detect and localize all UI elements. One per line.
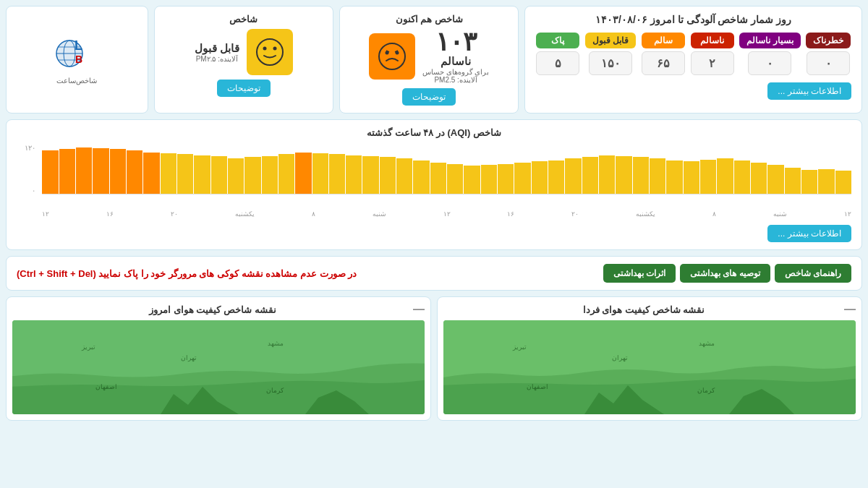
action-button[interactable]: توصیه های بهداشتی <box>680 264 770 283</box>
logo-area: L B <box>55 35 98 74</box>
chart-bar <box>278 154 294 194</box>
action-button[interactable]: راهنمای شاخص <box>775 264 851 283</box>
forecast-tafzihat-button[interactable]: توضیحات <box>217 80 271 97</box>
chart-bar <box>684 161 699 194</box>
logo-icon: L B <box>55 35 98 72</box>
chart-x-label: شنبه <box>373 210 386 218</box>
forecast-pollutant: آلاینده: PM۲.۵ <box>195 55 239 63</box>
badge-item: سالم۶۵ <box>642 33 685 75</box>
chart-bar <box>767 165 783 194</box>
chart-y-max: ۱۲۰ <box>17 144 35 152</box>
map-tomorrow-minimize[interactable]: — <box>844 303 856 316</box>
chart-x-label: یکشنبه <box>636 210 655 218</box>
chart-x-label: ۱۶ <box>507 210 514 218</box>
chart-x-label: ۲۰ <box>571 210 579 218</box>
map-today-card: — نقشه شاخص کیفیت هواى امروز تبریز تهران… <box>6 296 431 421</box>
current-index-number: ۱۰۳ <box>422 29 490 55</box>
svg-text:کرمان: کرمان <box>266 387 284 395</box>
current-face-icon <box>369 33 415 80</box>
svg-text:تهران: تهران <box>612 354 628 362</box>
chart-bar <box>430 163 446 194</box>
svg-text:مشهد: مشهد <box>268 340 284 348</box>
current-tafzihat-button[interactable]: توضیحات <box>402 88 456 106</box>
current-index-pollutant: آلاینده: PM2.5 <box>422 76 490 84</box>
svg-point-6 <box>263 47 266 51</box>
forecast-card-title: شاخص <box>229 14 258 25</box>
chart-bar <box>42 150 58 194</box>
chart-bar <box>666 160 682 194</box>
map-tomorrow-card: — نقشه شاخص کیفیت هواى فردا تبریز تهران … <box>437 296 862 421</box>
map-tomorrow-image: تبریز تهران مشهد اصفهان کرمان <box>443 320 856 414</box>
chart-x-label: ۱۶ <box>106 210 114 218</box>
chart-bar <box>464 166 480 194</box>
chart-bar <box>514 163 530 194</box>
chart-x-label: ۱۲ <box>844 210 851 218</box>
forecast-status: قابل قبول <box>195 42 239 55</box>
chart-bar <box>413 160 429 194</box>
forecast-index-value: قابل قبول آلاینده: PM۲.۵ <box>195 42 239 63</box>
badge-label: ناسالم <box>691 33 734 48</box>
chart-bar <box>548 160 564 194</box>
pollution-badges: خطرناک۰بسیار ناسالم۰ناسالم۲سالم۶۵قابل قب… <box>535 33 851 75</box>
chart-bar <box>110 149 126 194</box>
chart-bar <box>161 153 176 194</box>
chart-bar <box>177 154 193 194</box>
badge-item: ناسالم۲ <box>691 33 734 75</box>
badge-count: ۰ <box>807 51 850 75</box>
chart-x-label: ۱۲ <box>443 210 451 218</box>
current-index-status: ناسالم <box>422 55 490 68</box>
svg-text:کرمان: کرمان <box>697 387 715 395</box>
chart-bar <box>447 164 463 194</box>
chart-bar <box>582 157 598 194</box>
pollution-card-title: روز شمار شاخص آلودگی تا امروز ۱۴۰۳/۰۸/۰۶ <box>535 14 851 25</box>
forecast-face-icon <box>247 29 293 75</box>
chart-bar <box>76 147 92 194</box>
badge-label: قابل قبول <box>585 33 636 48</box>
chart-bar <box>329 154 345 194</box>
svg-point-0 <box>379 43 405 69</box>
action-bar: راهنمای شاخصتوصیه های بهداشتیاثرات بهداش… <box>6 256 862 291</box>
badge-label: سالم <box>642 33 685 48</box>
action-buttons: راهنمای شاخصتوصیه های بهداشتیاثرات بهداش… <box>603 264 851 283</box>
chart-bar <box>481 165 497 194</box>
chart-bar <box>346 155 362 194</box>
svg-text:مشهد: مشهد <box>699 340 715 348</box>
svg-text:B: B <box>75 53 82 65</box>
svg-text:تبریز: تبریز <box>81 343 95 351</box>
chart-y-min: ۰ <box>17 187 35 194</box>
action-button[interactable]: اثرات بهداشتی <box>603 264 676 283</box>
badge-item: خطرناک۰ <box>806 33 851 75</box>
svg-point-7 <box>273 47 276 51</box>
pollution-info-button[interactable]: اطلاعات بیشتر ... <box>767 82 851 100</box>
chart-bar <box>93 148 109 194</box>
svg-text:L: L <box>75 38 82 53</box>
chart-bar <box>717 158 733 194</box>
map-today-minimize[interactable]: — <box>413 303 425 316</box>
badge-count: ۱۵۰ <box>589 51 632 75</box>
chart-area: ۱۲۰ ۰ <box>17 144 851 209</box>
badge-count: ۵ <box>536 51 579 75</box>
chart-section: شاخص (AQI) در ۴۸ ساعت گذشته ۱۲۰ ۰ ۱۲شنبه… <box>6 119 862 250</box>
chart-info-button[interactable]: اطلاعات بیشتر ... <box>767 225 851 242</box>
svg-point-5 <box>257 39 283 65</box>
badge-item: پاک۵ <box>536 33 579 75</box>
svg-text:تبریز: تبریز <box>512 343 527 351</box>
chart-bar <box>616 156 631 194</box>
badge-count: ۰ <box>748 51 791 75</box>
chart-bar <box>700 160 716 194</box>
chart-title: شاخص (AQI) در ۴۸ ساعت گذشته <box>17 127 851 138</box>
chart-bar <box>127 150 142 194</box>
chart-bar <box>380 157 396 194</box>
map-tomorrow-title: نقشه شاخص کیفیت هواى فردا <box>443 304 844 315</box>
badge-count: ۶۵ <box>642 51 685 75</box>
chart-bar <box>565 158 581 194</box>
map-tomorrow-header: — نقشه شاخص کیفیت هواى فردا <box>443 303 856 316</box>
badge-item: بسیار ناسالم۰ <box>739 33 800 75</box>
chart-x-label: ۲۰ <box>171 210 178 218</box>
chart-x-label: ۸ <box>312 210 315 218</box>
chart-bar <box>262 156 278 194</box>
pollution-count-card: روز شمار شاخص آلودگی تا امروز ۱۴۰۳/۰۸/۰۶… <box>524 6 862 114</box>
svg-text:اصفهان: اصفهان <box>527 383 548 391</box>
chart-bar <box>532 161 548 194</box>
forecast-card-body: قابل قبول آلاینده: PM۲.۵ <box>195 29 293 75</box>
